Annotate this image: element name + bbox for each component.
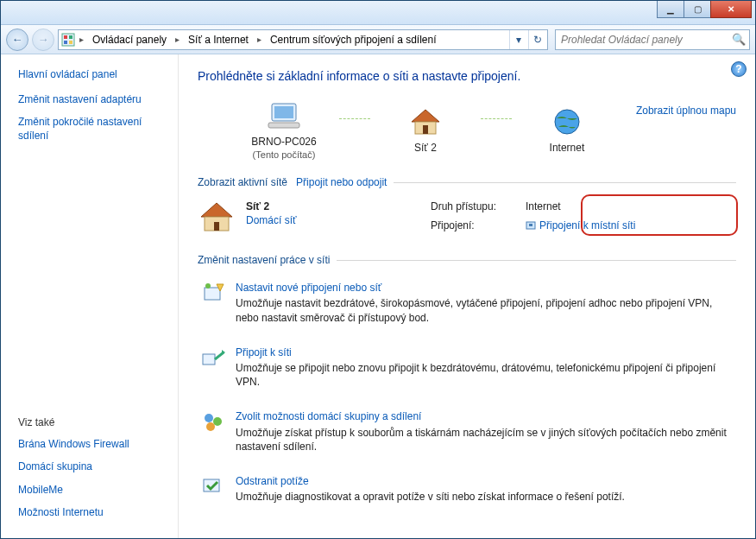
svg-marker-12 (201, 203, 232, 217)
homegroup-icon (201, 409, 225, 434)
active-net-name: Síť 2 (246, 200, 297, 213)
arrow-left-icon: ← (12, 33, 23, 46)
network-map: BRNO-PC026 (Tento počítač) Síť 2 (198, 100, 736, 162)
arrow-right-icon: → (38, 33, 49, 46)
sidebar-link-internet-options[interactable]: Možnosti Internetu (18, 505, 167, 519)
task-new-connection: Nastavit nové připojení nebo síť Umožňuj… (198, 272, 736, 337)
svg-point-23 (213, 417, 222, 426)
connection-line-icon (481, 118, 512, 119)
close-button[interactable] (710, 1, 752, 18)
full-map-link[interactable]: Zobrazit úplnou mapu (636, 104, 736, 117)
house-icon (198, 200, 236, 234)
control-panel-icon (60, 32, 76, 48)
task-link[interactable]: Připojit k síti (236, 346, 733, 359)
chevron-down-icon: ▾ (516, 34, 521, 46)
active-network-row: Síť 2 Domácí síť Druh přístupu: Internet… (198, 194, 736, 239)
node-pc-label: BRNO-PC026 (251, 135, 316, 149)
sidebar: Hlavní ovládací panel Změnit nastavení a… (1, 54, 179, 538)
task-link[interactable]: Zvolit možnosti domácí skupiny a sdílení (236, 409, 733, 423)
body: Hlavní ovládací panel Změnit nastavení a… (1, 54, 755, 538)
sidebar-see-also-header: Viz také (18, 416, 167, 428)
task-connect: Připojit k síti Umožňuje se připojit neb… (198, 337, 736, 402)
task-desc: Umožňuje diagnostikovat a opravit potíže… (236, 490, 733, 504)
svg-rect-3 (64, 41, 67, 44)
task-link[interactable]: Odstranit potíže (236, 474, 733, 488)
node-internet: Internet (515, 106, 619, 155)
connection-line-icon (339, 118, 370, 119)
node-this-pc: BRNO-PC026 (Tento počítač) (232, 100, 336, 162)
refresh-icon: ↻ (533, 34, 542, 46)
sidebar-link-adapter-settings[interactable]: Změnit nastavení adaptéru (18, 92, 167, 106)
node-network: Síť 2 (374, 106, 477, 155)
refresh-button[interactable]: ↻ (528, 30, 545, 49)
connect-icon (201, 346, 225, 370)
svg-point-11 (555, 110, 579, 134)
network-type-link[interactable]: Domácí síť (246, 213, 297, 227)
task-troubleshoot: Odstranit potíže Umožňuje diagnostikovat… (198, 466, 736, 516)
wizard-icon (201, 281, 225, 305)
address-dropdown[interactable]: ▾ (509, 30, 526, 49)
task-desc: Umožňuje nastavit bezdrátové, širokopásm… (236, 296, 733, 324)
task-desc: Umožňuje získat přístup k souborům a tis… (236, 426, 733, 453)
svg-rect-1 (64, 35, 67, 39)
svg-rect-6 (274, 106, 293, 118)
access-type-label: Druh přístupu: (431, 200, 526, 213)
svg-rect-10 (423, 125, 428, 134)
chevron-right-icon: ▸ (173, 35, 181, 44)
sidebar-link-advanced-sharing[interactable]: Změnit pokročilé nastavení sdílení (18, 115, 167, 143)
svg-point-24 (206, 422, 215, 431)
task-homegroup: Zvolit možnosti domácí skupiny a sdílení… (198, 401, 736, 466)
back-button[interactable]: ← (6, 29, 28, 51)
svg-rect-14 (214, 222, 219, 231)
breadcrumb-network-internet[interactable]: Síť a Internet (183, 31, 254, 48)
ethernet-icon (526, 220, 536, 231)
svg-rect-2 (69, 35, 72, 39)
chevron-right-icon: ▸ (255, 35, 263, 44)
search-icon: 🔍 (732, 33, 746, 46)
help-icon: ? (735, 62, 741, 76)
node-pc-sublabel: (Tento počítač) (253, 149, 316, 162)
connections-label: Připojení: (431, 219, 526, 232)
help-button[interactable]: ? (731, 61, 747, 77)
globe-icon (550, 106, 584, 137)
svg-rect-17 (205, 288, 220, 300)
house-icon (408, 106, 443, 137)
troubleshoot-icon (201, 474, 225, 498)
highlight-annotation (581, 194, 738, 236)
task-link[interactable]: Nastavit nové připojení nebo síť (236, 281, 733, 295)
sidebar-link-firewall[interactable]: Brána Windows Firewall (18, 437, 167, 451)
page-title: Prohlédněte si základní informace o síti… (198, 68, 736, 85)
svg-marker-21 (222, 350, 225, 355)
connect-disconnect-link[interactable]: Připojit nebo odpojit (287, 175, 387, 189)
svg-point-19 (205, 283, 211, 289)
breadcrumb-sharing-center[interactable]: Centrum síťových připojení a sdílení (265, 31, 442, 48)
window: ← → ▸ Ovládací panely ▸ Síť a Internet ▸… (0, 0, 756, 539)
active-networks-header: Zobrazit aktivní sítě Připojit nebo odpo… (198, 175, 736, 189)
node-net-label: Síť 2 (414, 141, 437, 155)
computer-icon (267, 100, 301, 131)
change-settings-header: Změnit nastavení práce v síti (198, 253, 736, 267)
sidebar-main-link[interactable]: Hlavní ovládací panel (18, 68, 167, 80)
content: ? Prohlédněte si základní informace o sí… (179, 54, 755, 538)
svg-point-22 (205, 414, 213, 422)
address-bar[interactable]: ▸ Ovládací panely ▸ Síť a Internet ▸ Cen… (58, 29, 548, 50)
breadcrumb-control-panel[interactable]: Ovládací panely (87, 31, 172, 48)
sidebar-link-mobileme[interactable]: MobileMe (18, 483, 167, 497)
window-controls (658, 1, 752, 18)
svg-rect-4 (69, 41, 72, 44)
titlebar[interactable] (1, 1, 755, 25)
search-box[interactable]: 🔍 (555, 29, 750, 50)
search-input[interactable] (559, 33, 732, 47)
minimize-button[interactable] (657, 1, 684, 18)
svg-rect-7 (268, 123, 299, 128)
chevron-right-icon: ▸ (78, 35, 85, 44)
task-desc: Umožňuje se připojit nebo znovu připojit… (236, 361, 733, 389)
navbar: ← → ▸ Ovládací panely ▸ Síť a Internet ▸… (1, 25, 755, 54)
svg-rect-20 (203, 354, 215, 365)
sidebar-link-homegroup[interactable]: Domácí skupina (18, 460, 167, 473)
forward-button[interactable]: → (32, 29, 54, 51)
svg-rect-16 (529, 224, 532, 226)
maximize-button[interactable] (684, 1, 711, 18)
svg-marker-8 (412, 110, 439, 122)
node-internet-label: Internet (550, 141, 585, 155)
